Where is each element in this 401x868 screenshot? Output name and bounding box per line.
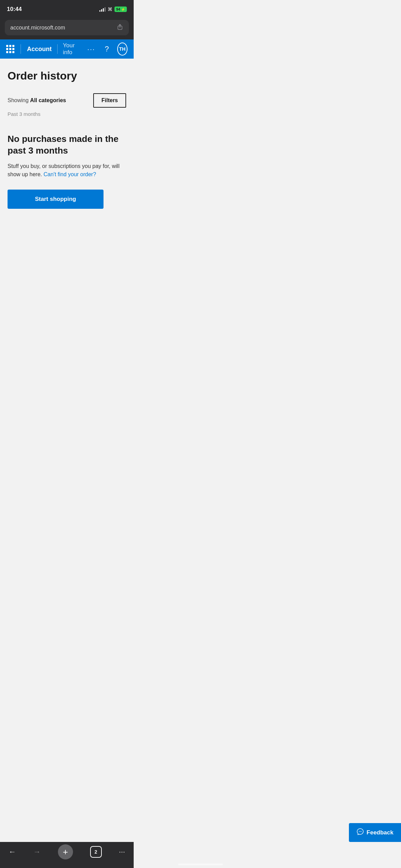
main-content: Order history Showing All categories Fil… <box>0 59 134 264</box>
share-icon[interactable] <box>117 23 123 32</box>
start-shopping-button[interactable]: Start shopping <box>8 190 104 209</box>
wifi-icon: ⌘ <box>108 7 112 12</box>
date-range: Past 3 months <box>8 111 126 117</box>
battery-bolt-icon: ⚡ <box>121 8 125 11</box>
apps-icon[interactable] <box>6 45 14 53</box>
nav-help-icon[interactable]: ? <box>105 45 109 53</box>
nav-avatar[interactable]: TH <box>117 43 127 56</box>
battery-indicator: 94 ⚡ <box>114 7 127 12</box>
url-text: account.microsoft.com <box>10 25 65 31</box>
cant-find-link[interactable]: Can't find your order? <box>44 171 96 177</box>
nav-more-icon[interactable]: ··· <box>87 45 95 53</box>
nav-divider2 <box>57 44 58 54</box>
page-title: Order history <box>8 70 126 82</box>
signal-icon <box>99 7 106 12</box>
empty-state-title: No purchases made in the past 3 months <box>8 133 126 157</box>
nav-yourinfo-label[interactable]: Your info <box>63 42 81 56</box>
nav-bar: Account Your info ··· ? TH <box>0 39 134 59</box>
status-icons: ⌘ 94 ⚡ <box>99 7 127 12</box>
category-label: All categories <box>30 97 66 103</box>
empty-state-desc: Stuff you buy, or subscriptions you pay … <box>8 162 126 179</box>
address-bar[interactable]: account.microsoft.com <box>5 20 129 35</box>
nav-account-label[interactable]: Account <box>27 46 52 53</box>
nav-divider <box>21 44 21 54</box>
filter-row: Showing All categories Filters <box>8 93 126 108</box>
status-bar: 10:44 ⌘ 94 ⚡ <box>0 0 134 17</box>
filters-button[interactable]: Filters <box>93 93 126 108</box>
showing-text: Showing All categories <box>8 97 66 104</box>
address-bar-wrap: account.microsoft.com <box>0 17 134 39</box>
status-time: 10:44 <box>7 6 22 13</box>
